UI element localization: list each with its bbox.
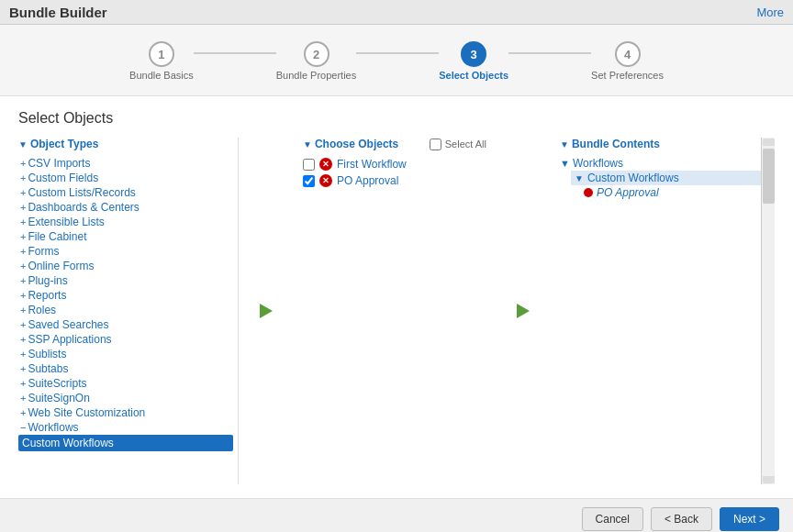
obj-type-suitescripts[interactable]: + SuiteScripts (18, 376, 233, 391)
bundle-arrow: ▼ (560, 139, 569, 150)
plus-icon: + (20, 275, 26, 286)
add-to-bundle-button[interactable] (510, 301, 536, 321)
wizard-step-3: 3 Select Objects (439, 41, 508, 81)
obj-label: Web Site Customization (28, 406, 145, 419)
app-header: Bundle Builder More (0, 0, 793, 25)
bundle-po-approval-label[interactable]: PO Approval (597, 186, 659, 199)
obj-label: Extensible Lists (28, 216, 104, 228)
plus-icon: + (20, 187, 26, 198)
obj-label: File Cabinet (28, 230, 86, 243)
obj-type-dashboards[interactable]: + Dashboards & Centers (18, 200, 233, 215)
obj-type-online-forms[interactable]: + Online Forms (18, 259, 233, 273)
choose-objects-label: ▼ Choose Objects (303, 138, 398, 150)
first-workflow-checkbox[interactable] (303, 159, 315, 171)
obj-label: SuiteScripts (28, 377, 86, 390)
plus-icon: + (20, 231, 26, 242)
columns-area: ▼ Object Types + CSV Imports + Custom Fi… (18, 138, 775, 484)
obj-type-file-cabinet[interactable]: + File Cabinet (18, 229, 233, 244)
choose-objects-header: ▼ Choose Objects Select All (303, 138, 486, 150)
minus-icon: − (20, 422, 26, 433)
obj-type-custom-fields[interactable]: + Custom Fields (18, 171, 233, 185)
obj-type-sublists[interactable]: + Sublists (18, 347, 233, 361)
next-button[interactable]: Next > (720, 507, 779, 531)
first-workflow-icon: ✕ (319, 158, 332, 171)
bundle-wf-folder-icon: ▼ (560, 158, 570, 169)
plus-icon: + (20, 216, 26, 227)
obj-type-custom-lists[interactable]: + Custom Lists/Records (18, 185, 233, 200)
obj-label: Reports (28, 289, 66, 302)
po-approval-checkbox[interactable] (303, 175, 315, 187)
obj-label: Roles (28, 304, 56, 316)
obj-type-roles[interactable]: + Roles (18, 303, 233, 317)
obj-label: Custom Fields (28, 172, 98, 184)
page-title: Select Objects (18, 110, 775, 127)
step-4-label: Set Preferences (591, 70, 664, 81)
back-button[interactable]: < Back (651, 507, 712, 531)
step-4-circle: 4 (615, 41, 641, 67)
scrollbar[interactable] (761, 138, 775, 484)
main-content: Select Objects ▼ Object Types + CSV Impo… (0, 96, 793, 498)
bundle-cw-icon: ▼ (575, 173, 584, 183)
plus-icon: + (20, 172, 26, 183)
obj-label: Saved Searches (28, 318, 108, 331)
obj-label: Sublists (28, 348, 66, 360)
obj-type-website-customization[interactable]: + Web Site Customization (18, 405, 233, 420)
scrollbar-thumb[interactable] (763, 149, 775, 204)
object-types-column: ▼ Object Types + CSV Imports + Custom Fi… (18, 138, 239, 484)
bundle-item-po-approval: PO Approval (580, 185, 761, 200)
bundle-custom-workflows-label[interactable]: Custom Workflows (587, 172, 679, 184)
wizard-line-2-3 (356, 52, 439, 54)
wizard-line-3-4 (508, 52, 591, 54)
bundle-section-workflows[interactable]: ▼ Workflows (560, 156, 761, 171)
select-all-area: Select All (430, 139, 486, 150)
plus-icon: + (20, 246, 26, 257)
arrow-col-2 (496, 138, 551, 484)
plus-icon: + (20, 158, 26, 169)
bundle-item-custom-workflows: ▼ Custom Workflows (571, 171, 761, 185)
select-all-checkbox[interactable] (430, 139, 441, 150)
step-3-circle: 3 (461, 41, 486, 67)
choose-item-first-workflow: ✕ First Workflow (303, 156, 486, 172)
plus-icon: + (20, 202, 26, 213)
app-title: Bundle Builder (9, 5, 107, 20)
obj-label: Plug-ins (28, 274, 67, 287)
wizard-step-4: 4 Set Preferences (591, 41, 664, 81)
obj-label: Custom Lists/Records (28, 186, 135, 199)
bundle-workflows-label: Workflows (573, 157, 623, 170)
obj-label: Dashboards & Centers (28, 201, 139, 214)
add-to-choose-button[interactable] (253, 301, 279, 321)
object-types-label: Object Types (30, 138, 98, 150)
obj-type-subtabs[interactable]: + Subtabs (18, 361, 233, 376)
obj-type-reports[interactable]: + Reports (18, 288, 233, 303)
first-workflow-label[interactable]: First Workflow (337, 158, 407, 171)
cancel-button[interactable]: Cancel (582, 507, 643, 531)
arrow-right-icon (260, 304, 273, 318)
obj-type-csv-imports[interactable]: + CSV Imports (18, 156, 233, 171)
po-approval-icon: ✕ (319, 174, 332, 187)
obj-label: CSV Imports (28, 157, 90, 170)
wizard-bar: 1 Bundle Basics 2 Bundle Properties 3 Se… (0, 25, 793, 96)
wizard-step-1: 1 Bundle Basics (129, 41, 194, 81)
obj-type-forms[interactable]: + Forms (18, 244, 233, 259)
step-3-label: Select Objects (439, 70, 508, 81)
obj-type-custom-workflows[interactable]: Custom Workflows (18, 435, 233, 451)
object-types-header: ▼ Object Types (18, 138, 233, 150)
obj-type-saved-searches[interactable]: + Saved Searches (18, 317, 233, 332)
plus-icon: + (20, 305, 26, 316)
bundle-po-icon (584, 188, 593, 197)
arrow-right-icon-2 (517, 304, 530, 318)
obj-label: SSP Applications (28, 333, 111, 346)
obj-type-plugins[interactable]: + Plug-ins (18, 273, 233, 288)
step-2-circle: 2 (304, 41, 329, 67)
step-2-label: Bundle Properties (276, 70, 356, 81)
step-1-label: Bundle Basics (129, 70, 194, 81)
po-approval-label[interactable]: PO Approval (337, 174, 398, 187)
plus-icon: + (20, 378, 26, 389)
more-link[interactable]: More (756, 6, 784, 19)
obj-type-workflows[interactable]: − Workflows (18, 420, 233, 435)
plus-icon: + (20, 349, 26, 360)
obj-type-extensible-lists[interactable]: + Extensible Lists (18, 215, 233, 229)
obj-type-ssp-apps[interactable]: + SSP Applications (18, 332, 233, 347)
obj-type-suitesignon[interactable]: + SuiteSignOn (18, 391, 233, 405)
wizard-step-2: 2 Bundle Properties (276, 41, 356, 81)
